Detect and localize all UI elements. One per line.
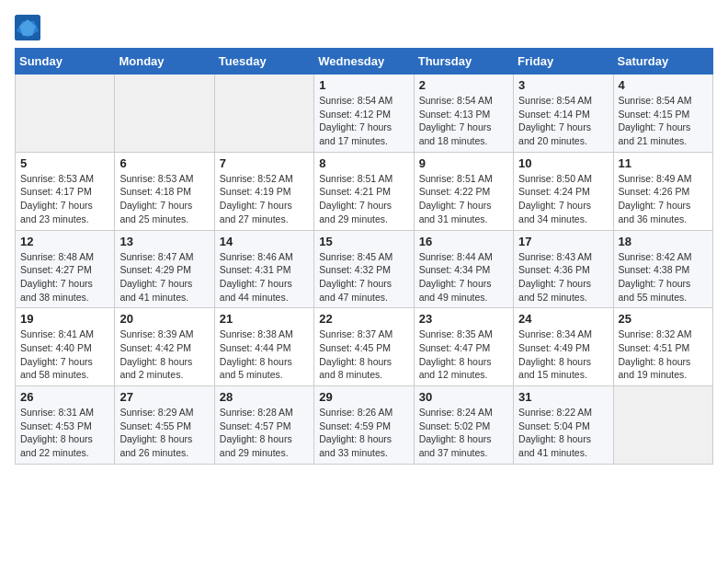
calendar-cell: 26Sunrise: 8:31 AM Sunset: 4:53 PM Dayli…	[16, 386, 115, 465]
day-info: Sunrise: 8:51 AM Sunset: 4:22 PM Dayligh…	[419, 172, 508, 226]
page-header	[15, 15, 713, 40]
day-number: 31	[518, 390, 608, 404]
day-info: Sunrise: 8:29 AM Sunset: 4:55 PM Dayligh…	[119, 406, 209, 460]
day-info: Sunrise: 8:34 AM Sunset: 4:49 PM Dayligh…	[518, 327, 608, 382]
day-info: Sunrise: 8:45 AM Sunset: 4:32 PM Dayligh…	[319, 250, 408, 304]
day-info: Sunrise: 8:50 AM Sunset: 4:24 PM Dayligh…	[518, 172, 608, 226]
day-info: Sunrise: 8:22 AM Sunset: 5:04 PM Dayligh…	[518, 406, 608, 460]
calendar-cell	[214, 75, 313, 153]
calendar-body: 1Sunrise: 8:54 AM Sunset: 4:12 PM Daylig…	[16, 75, 713, 465]
calendar-cell: 27Sunrise: 8:29 AM Sunset: 4:55 PM Dayli…	[115, 386, 214, 465]
weekday-header-cell: Sunday	[16, 49, 115, 75]
calendar-cell	[16, 75, 115, 153]
calendar-week-row: 5Sunrise: 8:53 AM Sunset: 4:17 PM Daylig…	[16, 152, 713, 230]
calendar-cell: 9Sunrise: 8:51 AM Sunset: 4:22 PM Daylig…	[414, 152, 513, 230]
day-number: 29	[319, 390, 408, 404]
day-info: Sunrise: 8:39 AM Sunset: 4:42 PM Dayligh…	[119, 327, 209, 382]
calendar-cell: 13Sunrise: 8:47 AM Sunset: 4:29 PM Dayli…	[115, 230, 214, 308]
day-info: Sunrise: 8:31 AM Sunset: 4:53 PM Dayligh…	[20, 406, 109, 460]
calendar-cell: 5Sunrise: 8:53 AM Sunset: 4:17 PM Daylig…	[16, 152, 115, 230]
day-number: 7	[220, 156, 309, 170]
day-number: 27	[119, 390, 209, 404]
day-number: 1	[319, 78, 408, 92]
calendar-cell	[613, 386, 712, 465]
calendar-week-row: 1Sunrise: 8:54 AM Sunset: 4:12 PM Daylig…	[16, 75, 713, 153]
day-info: Sunrise: 8:52 AM Sunset: 4:19 PM Dayligh…	[220, 172, 309, 226]
day-number: 12	[20, 235, 109, 248]
calendar-cell: 8Sunrise: 8:51 AM Sunset: 4:21 PM Daylig…	[314, 152, 414, 230]
day-number: 3	[518, 78, 608, 92]
weekday-header-cell: Wednesday	[314, 49, 414, 75]
day-info: Sunrise: 8:54 AM Sunset: 4:12 PM Dayligh…	[319, 94, 408, 148]
logo-icon	[15, 15, 40, 40]
calendar-cell: 14Sunrise: 8:46 AM Sunset: 4:31 PM Dayli…	[214, 230, 313, 308]
calendar-cell: 29Sunrise: 8:26 AM Sunset: 4:59 PM Dayli…	[314, 386, 414, 465]
calendar-cell: 15Sunrise: 8:45 AM Sunset: 4:32 PM Dayli…	[314, 230, 414, 308]
day-number: 30	[419, 390, 508, 404]
day-number: 9	[419, 156, 508, 170]
day-info: Sunrise: 8:42 AM Sunset: 4:38 PM Dayligh…	[619, 250, 708, 304]
day-info: Sunrise: 8:26 AM Sunset: 4:59 PM Dayligh…	[319, 406, 408, 460]
weekday-header-row: SundayMondayTuesdayWednesdayThursdayFrid…	[16, 49, 713, 75]
day-info: Sunrise: 8:46 AM Sunset: 4:31 PM Dayligh…	[220, 250, 309, 304]
day-number: 28	[220, 390, 309, 404]
day-info: Sunrise: 8:48 AM Sunset: 4:27 PM Dayligh…	[20, 250, 109, 304]
calendar-week-row: 19Sunrise: 8:41 AM Sunset: 4:40 PM Dayli…	[16, 308, 713, 386]
calendar-cell: 1Sunrise: 8:54 AM Sunset: 4:12 PM Daylig…	[314, 75, 414, 153]
calendar-cell: 20Sunrise: 8:39 AM Sunset: 4:42 PM Dayli…	[115, 308, 214, 386]
day-number: 24	[518, 312, 608, 326]
day-number: 26	[20, 390, 109, 404]
calendar-cell: 30Sunrise: 8:24 AM Sunset: 5:02 PM Dayli…	[414, 386, 513, 465]
day-number: 18	[619, 235, 708, 248]
day-number: 2	[419, 78, 508, 92]
calendar-table: SundayMondayTuesdayWednesdayThursdayFrid…	[15, 48, 713, 465]
day-number: 15	[319, 235, 408, 248]
day-number: 6	[119, 156, 209, 170]
day-info: Sunrise: 8:54 AM Sunset: 4:14 PM Dayligh…	[518, 94, 608, 148]
calendar-cell: 23Sunrise: 8:35 AM Sunset: 4:47 PM Dayli…	[414, 308, 513, 386]
weekday-header-cell: Thursday	[414, 49, 513, 75]
day-info: Sunrise: 8:53 AM Sunset: 4:17 PM Dayligh…	[20, 172, 109, 226]
day-number: 10	[518, 156, 608, 170]
calendar-week-row: 26Sunrise: 8:31 AM Sunset: 4:53 PM Dayli…	[16, 386, 713, 465]
day-number: 11	[619, 156, 708, 170]
day-number: 8	[319, 156, 408, 170]
calendar-cell: 2Sunrise: 8:54 AM Sunset: 4:13 PM Daylig…	[414, 75, 513, 153]
day-info: Sunrise: 8:51 AM Sunset: 4:21 PM Dayligh…	[319, 172, 408, 226]
calendar-cell: 18Sunrise: 8:42 AM Sunset: 4:38 PM Dayli…	[613, 230, 712, 308]
day-number: 19	[20, 312, 109, 326]
day-info: Sunrise: 8:44 AM Sunset: 4:34 PM Dayligh…	[419, 250, 508, 304]
day-info: Sunrise: 8:47 AM Sunset: 4:29 PM Dayligh…	[119, 250, 209, 304]
weekday-header-cell: Saturday	[613, 49, 712, 75]
day-info: Sunrise: 8:53 AM Sunset: 4:18 PM Dayligh…	[119, 172, 209, 226]
logo	[15, 15, 44, 40]
day-info: Sunrise: 8:37 AM Sunset: 4:45 PM Dayligh…	[319, 327, 408, 382]
day-number: 13	[119, 235, 209, 248]
calendar-cell: 19Sunrise: 8:41 AM Sunset: 4:40 PM Dayli…	[16, 308, 115, 386]
day-number: 14	[220, 235, 309, 248]
calendar-cell: 10Sunrise: 8:50 AM Sunset: 4:24 PM Dayli…	[514, 152, 613, 230]
day-number: 25	[619, 312, 708, 326]
day-number: 5	[20, 156, 109, 170]
day-info: Sunrise: 8:28 AM Sunset: 4:57 PM Dayligh…	[220, 406, 309, 460]
day-info: Sunrise: 8:54 AM Sunset: 4:15 PM Dayligh…	[619, 94, 708, 148]
day-number: 17	[518, 235, 608, 248]
calendar-cell: 12Sunrise: 8:48 AM Sunset: 4:27 PM Dayli…	[16, 230, 115, 308]
day-number: 20	[119, 312, 209, 326]
calendar-cell: 28Sunrise: 8:28 AM Sunset: 4:57 PM Dayli…	[214, 386, 313, 465]
calendar-cell: 16Sunrise: 8:44 AM Sunset: 4:34 PM Dayli…	[414, 230, 513, 308]
weekday-header-cell: Tuesday	[214, 49, 313, 75]
weekday-header-cell: Monday	[115, 49, 214, 75]
calendar-week-row: 12Sunrise: 8:48 AM Sunset: 4:27 PM Dayli…	[16, 230, 713, 308]
calendar-cell: 6Sunrise: 8:53 AM Sunset: 4:18 PM Daylig…	[115, 152, 214, 230]
day-info: Sunrise: 8:35 AM Sunset: 4:47 PM Dayligh…	[419, 327, 508, 382]
day-info: Sunrise: 8:32 AM Sunset: 4:51 PM Dayligh…	[619, 327, 708, 382]
calendar-cell: 3Sunrise: 8:54 AM Sunset: 4:14 PM Daylig…	[514, 75, 613, 153]
calendar-cell: 25Sunrise: 8:32 AM Sunset: 4:51 PM Dayli…	[613, 308, 712, 386]
day-number: 22	[319, 312, 408, 326]
calendar-cell: 4Sunrise: 8:54 AM Sunset: 4:15 PM Daylig…	[613, 75, 712, 153]
day-number: 21	[220, 312, 309, 326]
calendar-cell	[115, 75, 214, 153]
calendar-cell: 11Sunrise: 8:49 AM Sunset: 4:26 PM Dayli…	[613, 152, 712, 230]
day-info: Sunrise: 8:41 AM Sunset: 4:40 PM Dayligh…	[20, 327, 109, 382]
